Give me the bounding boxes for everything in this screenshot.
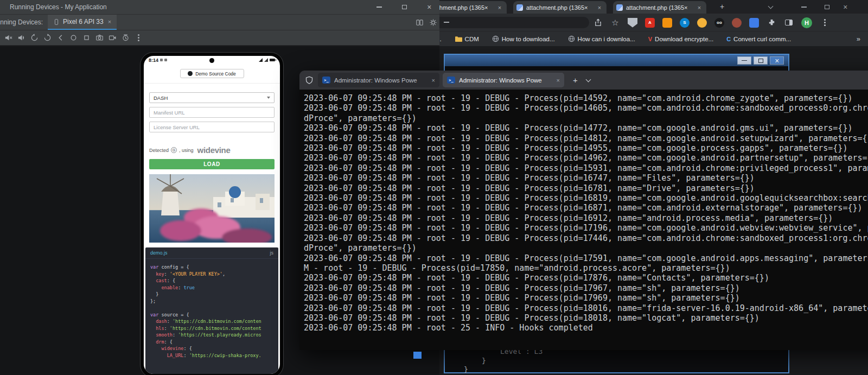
stop-icon[interactable] xyxy=(81,32,92,44)
tab-close-icon[interactable] xyxy=(108,18,111,25)
new-tab-button[interactable] xyxy=(717,2,727,11)
detected-label: Detected xyxy=(149,148,169,153)
browser-actions: ASoo H xyxy=(593,14,829,31)
console-minimize-button[interactable] xyxy=(737,56,751,65)
tab-close-icon[interactable] xyxy=(695,4,703,11)
shield-extension-icon[interactable] xyxy=(628,18,637,28)
maximize-button[interactable] xyxy=(398,1,411,14)
volume-icon[interactable] xyxy=(16,32,27,44)
share-icon[interactable] xyxy=(593,18,603,28)
yellow-extension-icon[interactable] xyxy=(697,18,707,28)
terminal-tab[interactable]: Administrator: Windows Powe xyxy=(443,73,564,87)
extensions-area: ASoo xyxy=(628,18,759,28)
demo-source-button[interactable]: Demo Source Code xyxy=(180,69,244,78)
hide-panel-icon[interactable] xyxy=(442,17,451,28)
screen-record-icon[interactable] xyxy=(107,32,118,44)
snapshot-icon[interactable] xyxy=(120,32,131,44)
code-line: widevine: { xyxy=(150,345,273,352)
bookmark-item[interactable]: How can i downloa... xyxy=(568,35,635,42)
terminal-tab-label: Administrator: Windows Powe xyxy=(334,77,428,84)
mute-icon[interactable] xyxy=(3,32,14,44)
terminal-line: 2023-06-07 09:25:48 PM - root - 19 - DEB… xyxy=(304,183,868,193)
bookmarks-area: ...CDMHow to download...How can i downlo… xyxy=(422,35,791,42)
manifest-url-input[interactable] xyxy=(149,107,275,118)
site-favicon: V xyxy=(648,36,652,42)
split-view-icon[interactable] xyxy=(414,17,424,28)
terminal-tab-dropdown-icon[interactable] xyxy=(586,79,590,81)
oo-extension-icon[interactable]: oo xyxy=(714,18,724,28)
blue-extension-icon[interactable] xyxy=(749,18,759,28)
code-language-badge: js xyxy=(270,250,274,256)
player-form: DASH Detected , using widevine LOAD xyxy=(144,92,280,243)
menu-kebab-icon[interactable] xyxy=(820,18,829,28)
screenshot-icon[interactable] xyxy=(94,32,105,44)
emulator-toolbar xyxy=(0,30,439,46)
terminal-line: 2023-06-07 09:25:48 PM - root - 25 - INF… xyxy=(304,323,868,333)
code-lines[interactable]: var config = { key: '<YOUR PLAYER KEY>',… xyxy=(145,259,278,364)
load-button[interactable]: LOAD xyxy=(149,159,275,169)
record-icon[interactable] xyxy=(68,32,79,44)
tab-search-icon[interactable] xyxy=(763,2,778,12)
minimize-button[interactable] xyxy=(796,2,812,12)
browser-tab[interactable]: attachment.php (1365× xyxy=(513,1,607,14)
browser-tab-label: attachment.php (1365× xyxy=(626,4,692,11)
browser-tab-label: attachment.php (1365× xyxy=(526,4,592,11)
maroon-extension-icon[interactable] xyxy=(732,18,742,28)
blue-s-extension-icon[interactable]: S xyxy=(680,18,690,28)
terminal-line: 2023-06-07 09:25:48 PM - root - 19 - DEB… xyxy=(304,143,868,153)
stream-type-select[interactable]: DASH xyxy=(149,92,275,103)
browser-tab[interactable]: attachment.php (1365× xyxy=(613,1,706,14)
github-icon xyxy=(188,71,193,76)
widevine-logo: widevine xyxy=(197,145,231,155)
notification-icon xyxy=(160,59,163,61)
profile-avatar[interactable]: H xyxy=(801,17,812,28)
tab-close-icon[interactable] xyxy=(557,77,560,84)
terminal-tab-area: Administrator: Windows PoweAdministrator… xyxy=(318,73,564,87)
terminal-output[interactable]: 2023-06-07 09:25:48 PM - root - 19 - DEB… xyxy=(299,90,868,350)
bookmarks-bar: ...CDMHow to download...How can i downlo… xyxy=(422,31,868,46)
console-close-button[interactable] xyxy=(770,56,784,65)
signal-icon xyxy=(259,58,263,62)
rotate-right-icon[interactable] xyxy=(42,32,53,44)
close-button[interactable] xyxy=(838,2,853,12)
bookmark-item[interactable]: VDownload encrypte... xyxy=(648,36,713,42)
minimize-button[interactable] xyxy=(373,1,386,14)
phone-screen[interactable]: 8:14 Demo Source Code xyxy=(144,56,280,374)
tab-close-icon[interactable] xyxy=(596,4,603,11)
maximize-button[interactable] xyxy=(819,2,834,12)
emulator-titlebar[interactable]: Running Devices - My Application xyxy=(0,0,439,15)
terminal-line: 2023-06-07 09:25:48 PM - root - 19 - DEB… xyxy=(304,173,868,183)
divider xyxy=(144,83,280,84)
bookmarks-overflow-icon[interactable] xyxy=(857,35,860,43)
license-url-input[interactable] xyxy=(149,122,275,132)
tab-close-icon[interactable] xyxy=(432,77,435,84)
status-time: 8:14 xyxy=(149,58,158,63)
device-tab[interactable]: Pixel 6 API 33 xyxy=(48,15,117,30)
acrobat-extension-icon[interactable]: A xyxy=(645,18,655,28)
preview-image[interactable] xyxy=(149,174,275,243)
console-titlebar[interactable] xyxy=(445,55,788,66)
code-line: var source = { xyxy=(150,312,273,319)
bookmark-item[interactable]: CConvert curl comm... xyxy=(726,36,791,42)
terminal-line: 2023-06-07 09:25:48 PM - root - 19 - DEB… xyxy=(304,163,868,173)
new-terminal-tab-button[interactable] xyxy=(573,75,578,85)
sidebar-icon[interactable] xyxy=(784,18,794,28)
orange-extension-icon[interactable] xyxy=(662,18,672,28)
back-icon[interactable] xyxy=(55,32,66,44)
tab-close-icon[interactable] xyxy=(496,4,503,11)
window-title: Running Devices - My Application xyxy=(10,3,107,11)
rotate-left-icon[interactable] xyxy=(29,32,40,44)
bookmark-item[interactable]: CDM xyxy=(455,36,479,42)
bookmark-item[interactable]: How to download... xyxy=(492,35,555,42)
puzzle-icon[interactable] xyxy=(767,18,776,28)
terminal-tab[interactable]: Administrator: Windows Powe xyxy=(318,73,439,87)
code-line: drm: { xyxy=(150,339,273,346)
powershell-icon xyxy=(322,77,330,84)
overflow-menu-icon[interactable] xyxy=(133,32,144,44)
console-maximize-button[interactable] xyxy=(754,56,768,65)
code-line: smooth: 'https://test.playready.micros xyxy=(150,332,273,339)
close-button[interactable] xyxy=(423,1,436,14)
gear-icon[interactable] xyxy=(428,17,438,28)
bookmark-star-icon[interactable] xyxy=(610,18,620,28)
terminal-line: 2023-06-07 09:25:48 PM - root - 19 - DEB… xyxy=(304,253,868,263)
